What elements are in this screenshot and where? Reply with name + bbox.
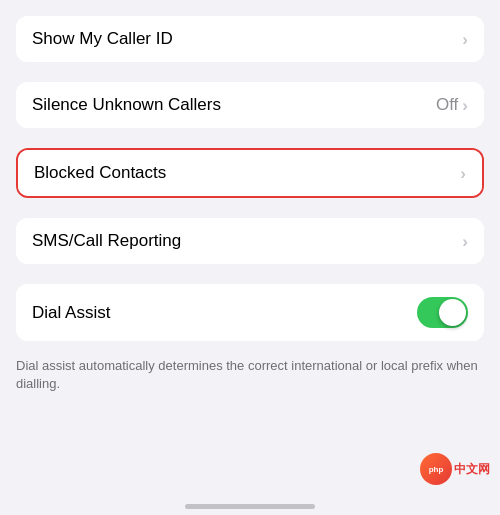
settings-container: Show My Caller ID › Silence Unknown Call… <box>0 0 500 413</box>
sms-reporting-item[interactable]: SMS/Call Reporting › <box>16 218 484 264</box>
show-caller-id-chevron: › <box>462 31 468 48</box>
watermark-site-text: 中文网 <box>454 461 490 478</box>
blocked-contacts-wrapper: Blocked Contacts › <box>16 148 484 198</box>
sms-reporting-label: SMS/Call Reporting <box>32 231 181 251</box>
sms-reporting-chevron: › <box>462 233 468 250</box>
show-caller-id-right: › <box>462 31 468 48</box>
blocked-contacts-chevron: › <box>460 165 466 182</box>
home-indicator <box>185 504 315 509</box>
dial-assist-item[interactable]: Dial Assist <box>16 284 484 341</box>
dial-assist-group: Dial Assist <box>16 284 484 341</box>
show-caller-id-label: Show My Caller ID <box>32 29 173 49</box>
silence-unknown-chevron: › <box>462 97 468 114</box>
blocked-contacts-right: › <box>460 165 466 182</box>
dial-assist-toggle[interactable] <box>417 297 468 328</box>
dial-assist-right <box>417 297 468 328</box>
silence-unknown-item[interactable]: Silence Unknown Callers Off › <box>16 82 484 128</box>
watermark-logo-text: php <box>429 465 444 474</box>
dial-assist-label: Dial Assist <box>32 303 110 323</box>
silence-unknown-value: Off <box>436 95 458 115</box>
silence-unknown-group: Silence Unknown Callers Off › <box>16 82 484 128</box>
toggle-knob <box>439 299 466 326</box>
blocked-contacts-label: Blocked Contacts <box>34 163 166 183</box>
blocked-contacts-item[interactable]: Blocked Contacts › <box>18 150 482 196</box>
sms-reporting-right: › <box>462 233 468 250</box>
silence-unknown-label: Silence Unknown Callers <box>32 95 221 115</box>
dial-assist-description: Dial assist automatically determines the… <box>0 349 500 397</box>
caller-id-group: Show My Caller ID › <box>16 16 484 62</box>
watermark: php 中文网 <box>420 453 490 485</box>
sms-reporting-group: SMS/Call Reporting › <box>16 218 484 264</box>
show-caller-id-item[interactable]: Show My Caller ID › <box>16 16 484 62</box>
watermark-logo: php <box>420 453 452 485</box>
silence-unknown-right: Off › <box>436 95 468 115</box>
